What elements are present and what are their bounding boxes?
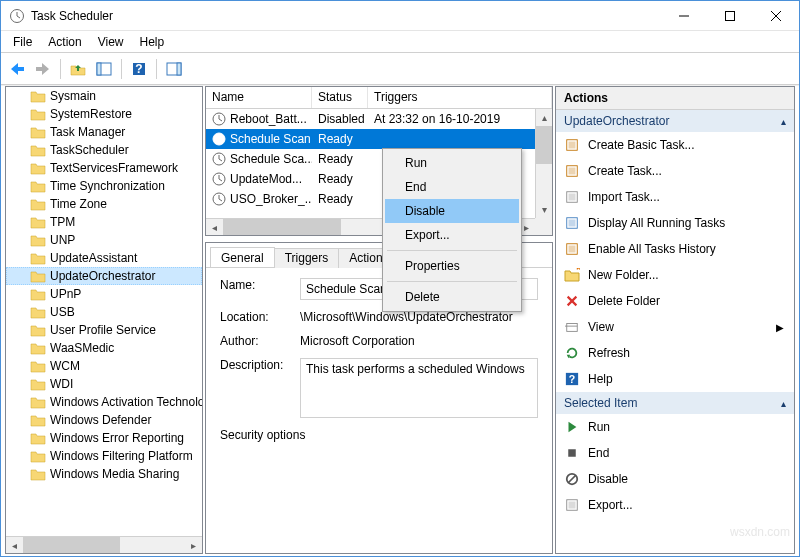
svg-text:?: ? [569,373,575,385]
actions-group-folder[interactable]: UpdateOrchestrator ▴ [556,110,794,132]
menu-file[interactable]: File [5,33,40,51]
forward-button[interactable] [31,57,55,81]
up-folder-button[interactable] [66,57,90,81]
tree-item[interactable]: UpdateAssistant [6,249,202,267]
action-help[interactable]: ?Help [556,366,794,392]
tree-item[interactable]: User Profile Service [6,321,202,339]
tree-item[interactable]: Windows Activation Technologies [6,393,202,411]
tree-item[interactable]: TaskScheduler [6,141,202,159]
tree-item[interactable]: TPM [6,213,202,231]
back-button[interactable] [5,57,29,81]
tree-item[interactable]: Windows Error Reporting [6,429,202,447]
tree-item-label: USB [50,305,75,319]
tree-item-label: Windows Defender [50,413,151,427]
maximize-button[interactable] [707,1,753,31]
action-export[interactable]: Export... [556,492,794,518]
minimize-button[interactable] [661,1,707,31]
menu-help[interactable]: Help [132,33,173,51]
tree-item[interactable]: Windows Defender [6,411,202,429]
tree-item[interactable]: WCM [6,357,202,375]
action-label: Create Task... [588,164,794,178]
tab-general[interactable]: General [210,247,275,267]
show-hide-tree-button[interactable] [92,57,116,81]
actions-group-selected[interactable]: Selected Item ▴ [556,392,794,414]
tree-item[interactable]: UNP [6,231,202,249]
tree-item[interactable]: Time Zone [6,195,202,213]
tree-horizontal-scrollbar[interactable]: ◂ ▸ [6,536,202,553]
tree-item-label: User Profile Service [50,323,156,337]
svg-rect-40 [569,246,576,253]
tree-item[interactable]: TextServicesFramework [6,159,202,177]
run-icon [564,419,580,435]
svg-rect-34 [569,168,576,175]
svg-rect-11 [97,63,101,75]
svg-rect-50 [568,449,576,457]
action-display-all-running-tasks[interactable]: Display All Running Tasks [556,210,794,236]
show-hide-action-pane-button[interactable] [162,57,186,81]
titlebar: Task Scheduler [1,1,799,31]
action-enable-all-tasks-history[interactable]: Enable All Tasks History [556,236,794,262]
tree-item[interactable]: WDI [6,375,202,393]
actions-pane-header: Actions [556,87,794,110]
context-delete[interactable]: Delete [385,285,519,309]
task-status: Disabled [312,112,368,126]
action-import-task[interactable]: Import Task... [556,184,794,210]
column-header-name[interactable]: Name [206,87,312,108]
context-run[interactable]: Run [385,151,519,175]
help-icon: ? [564,371,580,387]
menu-view[interactable]: View [90,33,132,51]
help-button[interactable]: ? [127,57,151,81]
tree-item[interactable]: Time Synchronization [6,177,202,195]
column-header-status[interactable]: Status [312,87,368,108]
action-refresh[interactable]: Refresh [556,340,794,366]
action-disable[interactable]: Disable [556,466,794,492]
tree-item[interactable]: SystemRestore [6,105,202,123]
column-header-triggers[interactable]: Triggers [368,87,552,108]
tree-item-label: Windows Error Reporting [50,431,184,445]
action-run[interactable]: Run [556,414,794,440]
action-view[interactable]: View▶ [556,314,794,340]
tree-item[interactable]: Task Manager [6,123,202,141]
tree-item[interactable]: WaaSMedic [6,339,202,357]
tree-item-label: Windows Media Sharing [50,467,179,481]
svg-marker-7 [11,63,24,75]
action-label: New Folder... [588,268,794,282]
tree-item[interactable]: Sysmain [6,87,202,105]
task-row[interactable]: Reboot_Batt...DisabledAt 23:32 on 16-10-… [206,109,535,129]
tree-panel: SysmainSystemRestoreTask ManagerTaskSche… [5,86,203,554]
svg-text:*: * [576,268,580,277]
action-create-task[interactable]: Create Task... [556,158,794,184]
menu-action[interactable]: Action [40,33,89,51]
svg-rect-38 [569,220,576,227]
context-disable[interactable]: Disable [385,199,519,223]
action-delete-folder[interactable]: Delete Folder [556,288,794,314]
context-properties[interactable]: Properties [385,254,519,278]
tab-triggers[interactable]: Triggers [274,248,340,268]
close-button[interactable] [753,1,799,31]
task-row[interactable]: Schedule ScanReady [206,129,535,149]
action-label: Refresh [588,346,794,360]
tree-item-label: TextServicesFramework [50,161,178,175]
tree-item[interactable]: Windows Filtering Platform [6,447,202,465]
task-status: Ready [312,172,368,186]
action-new-folder[interactable]: *New Folder... [556,262,794,288]
action-end[interactable]: End [556,440,794,466]
tree-item[interactable]: UPnP [6,285,202,303]
tree-item-label: UpdateAssistant [50,251,137,265]
tree-item[interactable]: UpdateOrchestrator [6,267,202,285]
action-create-basic-task[interactable]: Create Basic Task... [556,132,794,158]
enable-history-icon [564,241,580,257]
tree-item[interactable]: USB [6,303,202,321]
tree-item[interactable]: Windows Media Sharing [6,465,202,483]
view-icon [564,319,580,335]
task-list-header: Name Status Triggers [206,87,552,109]
field-location: \Microsoft\Windows\UpdateOrchestrator [300,310,538,324]
context-end[interactable]: End [385,175,519,199]
toolbar: ? [1,53,799,85]
context-export[interactable]: Export... [385,223,519,247]
create-basic-task-icon [564,137,580,153]
task-triggers: At 23:32 on 16-10-2019 [368,112,535,126]
tree-item-label: Windows Filtering Platform [50,449,193,463]
action-label: Delete Folder [588,294,794,308]
task-list-vertical-scrollbar[interactable]: ▴ ▾ [535,109,552,218]
